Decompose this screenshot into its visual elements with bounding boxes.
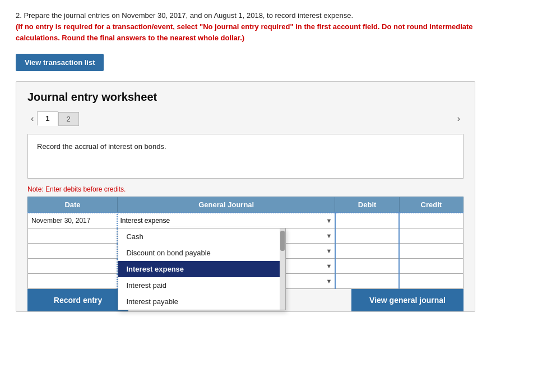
table-header-row: Date General Journal Debit Credit (28, 197, 464, 213)
debit-cell-4[interactable] (335, 259, 399, 274)
scrollbar[interactable] (280, 228, 285, 310)
instruction-box: Record the accrual of interest on bonds. (27, 134, 464, 179)
debit-cell-3[interactable] (335, 244, 399, 259)
debit-input-1[interactable] (336, 213, 398, 228)
credit-cell-2[interactable] (399, 228, 463, 244)
dropdown-item-interest-payable[interactable]: Interest payable (118, 293, 285, 310)
credit-input-2[interactable] (400, 228, 463, 243)
col-credit: Credit (399, 197, 463, 213)
debit-cell-5[interactable] (335, 274, 399, 289)
scrollbar-thumb (280, 231, 285, 251)
dropdown-item-interest-expense[interactable]: Interest expense (118, 261, 285, 277)
chevron-left-icon[interactable]: ‹ (27, 111, 37, 126)
instruction-main: 2. Prepare the journal entries on Novemb… (16, 11, 353, 20)
view-journal-button[interactable]: View general journal (351, 289, 464, 311)
dropdown-arrow-icon-3[interactable]: ▼ (323, 248, 335, 254)
worksheet-title: Journal entry worksheet (27, 91, 464, 104)
dropdown-item-cash[interactable]: Cash (118, 228, 285, 245)
dropdown-menu: Cash Discount on bond payable Interest e… (118, 228, 286, 310)
dropdown-arrow-icon[interactable]: ▼ (323, 217, 335, 224)
tab-row: ‹ 1 2 › (27, 111, 464, 126)
date-value-1: November 30, 2017 (31, 217, 90, 225)
dropdown-item-discount[interactable]: Discount on bond payable (118, 245, 285, 261)
date-cell-2 (28, 228, 118, 244)
col-gj: General Journal (117, 197, 335, 213)
tab-1[interactable]: 1 (37, 111, 58, 126)
note-text: Note: Enter debits before credits. (27, 185, 464, 193)
worksheet-card: Journal entry worksheet ‹ 1 2 › Record t… (16, 81, 475, 312)
chevron-right-icon[interactable]: › (454, 111, 464, 126)
journal-table: Date General Journal Debit Credit Novemb… (27, 197, 464, 289)
credit-cell-3[interactable] (399, 244, 463, 259)
credit-input-1[interactable] (400, 213, 463, 228)
instruction-box-text: Record the accrual of interest on bonds. (37, 142, 166, 151)
credit-input-5[interactable] (400, 274, 463, 288)
record-entry-button[interactable]: Record entry (27, 289, 128, 311)
credit-input-3[interactable] (400, 244, 463, 258)
credit-cell-4[interactable] (399, 259, 463, 274)
table-row: November 30, 2017 ▼ Cash Discount on bon… (28, 213, 464, 228)
debit-input-3[interactable] (336, 244, 398, 258)
tab-2[interactable]: 2 (58, 112, 79, 126)
gj-input-1[interactable] (118, 213, 323, 228)
col-date: Date (28, 197, 118, 213)
instruction-red: (If no entry is required for a transacti… (16, 22, 473, 42)
date-cell-1: November 30, 2017 (28, 213, 118, 228)
debit-input-4[interactable] (336, 259, 398, 273)
table-wrapper: Date General Journal Debit Credit Novemb… (27, 197, 464, 289)
debit-input-5[interactable] (336, 274, 398, 288)
debit-input-2[interactable] (336, 228, 398, 243)
col-debit: Debit (335, 197, 399, 213)
credit-cell-1[interactable] (399, 213, 463, 228)
page-container: 2. Prepare the journal entries on Novemb… (0, 0, 533, 323)
debit-cell-2[interactable] (335, 228, 399, 244)
gj-dropdown-container[interactable]: ▼ Cash Discount on bond payable Interest… (118, 213, 335, 228)
credit-input-4[interactable] (400, 259, 463, 273)
dropdown-arrow-icon-2[interactable]: ▼ (323, 232, 335, 239)
credit-cell-5[interactable] (399, 274, 463, 289)
dropdown-arrow-icon-4[interactable]: ▼ (323, 263, 335, 269)
dropdown-arrow-icon-5[interactable]: ▼ (323, 278, 335, 284)
date-cell-4 (28, 259, 118, 274)
view-transaction-button[interactable]: View transaction list (16, 54, 104, 71)
debit-cell-1[interactable] (335, 213, 399, 228)
date-cell-5 (28, 274, 118, 289)
date-cell-3 (28, 244, 118, 259)
dropdown-item-interest-paid[interactable]: Interest paid (118, 277, 285, 293)
instructions: 2. Prepare the journal entries on Novemb… (16, 10, 475, 44)
gj-cell-1[interactable]: ▼ Cash Discount on bond payable Interest… (117, 213, 335, 228)
